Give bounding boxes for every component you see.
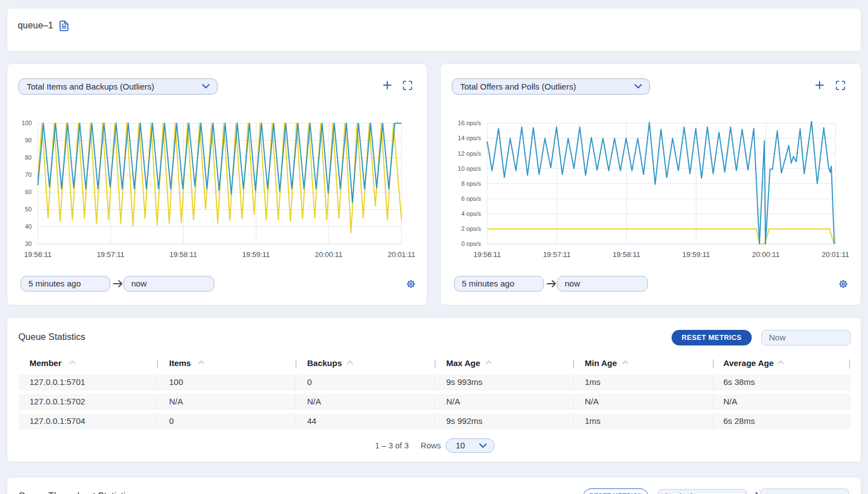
svg-text:19:57:11: 19:57:11 [543, 250, 571, 259]
svg-text:6 ops/s: 6 ops/s [461, 195, 481, 202]
svg-text:20:00:11: 20:00:11 [752, 250, 780, 259]
svg-text:19:56:11: 19:56:11 [474, 250, 501, 259]
svg-text:19:59:11: 19:59:11 [682, 250, 710, 259]
svg-text:19:56:11: 19:56:11 [24, 250, 52, 259]
svg-text:14 ops/s: 14 ops/s [458, 135, 481, 141]
svg-text:12 ops/s: 12 ops/s [458, 150, 481, 157]
svg-text:19:57:11: 19:57:11 [97, 250, 125, 259]
svg-text:19:59:11: 19:59:11 [242, 250, 270, 259]
svg-text:8 ops/s: 8 ops/s [461, 180, 481, 187]
svg-text:19:58:11: 19:58:11 [170, 250, 198, 259]
svg-text:0 ops/s: 0 ops/s [461, 240, 481, 247]
svg-text:30: 30 [25, 240, 32, 247]
svg-text:20:01:11: 20:01:11 [822, 250, 850, 259]
svg-text:10 ops/s: 10 ops/s [458, 165, 481, 172]
svg-text:19:58:11: 19:58:11 [613, 250, 640, 259]
svg-text:20:00:11: 20:00:11 [315, 250, 343, 259]
svg-text:80: 80 [25, 154, 32, 161]
svg-text:20:01:11: 20:01:11 [388, 250, 416, 259]
svg-text:50: 50 [25, 206, 32, 213]
svg-text:70: 70 [25, 171, 32, 178]
svg-text:16 ops/s: 16 ops/s [458, 120, 481, 126]
svg-text:4 ops/s: 4 ops/s [461, 210, 481, 217]
svg-text:2 ops/s: 2 ops/s [461, 225, 481, 232]
svg-text:60: 60 [25, 189, 32, 195]
svg-text:100: 100 [22, 120, 32, 126]
svg-text:90: 90 [25, 137, 32, 144]
svg-text:40: 40 [25, 223, 32, 230]
